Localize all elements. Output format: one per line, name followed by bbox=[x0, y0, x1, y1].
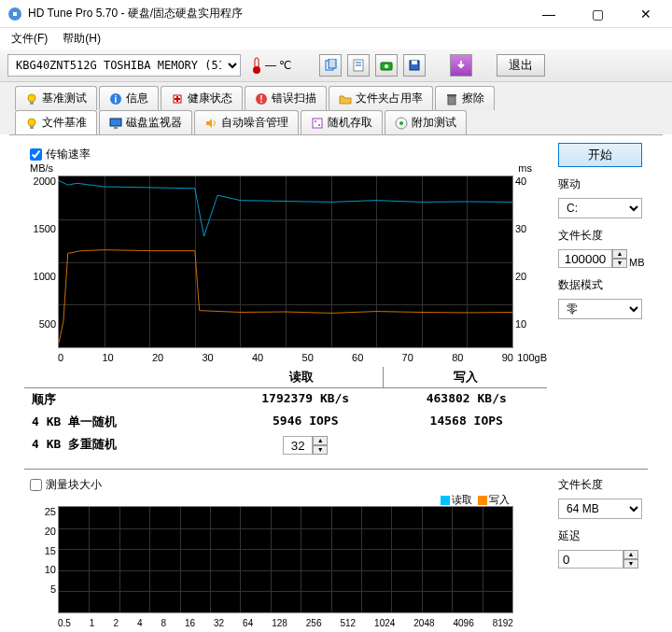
block-size-label: 测量块大小 bbox=[46, 477, 102, 493]
data-pattern-label: 数据模式 bbox=[558, 277, 648, 293]
drive-label: 驱动 bbox=[558, 176, 648, 192]
tab-信息[interactable]: i信息 bbox=[99, 86, 159, 110]
legend-write: 写入 bbox=[489, 493, 510, 507]
tab-bar: 基准测试i信息健康状态!错误扫描文件夹占用率擦除 文件基准磁盘监视器自动噪音管理… bbox=[0, 82, 672, 134]
results-table: 读取 写入 顺序 1792379 KB/s 463802 KB/s 4 KB 单… bbox=[24, 367, 547, 457]
file-length-select-2[interactable]: 64 MB bbox=[558, 499, 642, 519]
svg-point-32 bbox=[399, 121, 403, 125]
drive-letter-select[interactable]: C: bbox=[558, 198, 642, 218]
error-icon: ! bbox=[255, 92, 268, 105]
menubar: 文件(F) 帮助(H) bbox=[0, 28, 672, 49]
drive-select[interactable]: KBG40ZNT512G TOSHIBA MEMORY (512 : bbox=[7, 54, 241, 77]
svg-point-3 bbox=[253, 66, 260, 74]
svg-rect-14 bbox=[30, 102, 34, 105]
svg-rect-25 bbox=[30, 126, 34, 129]
info-icon: i bbox=[109, 92, 122, 105]
col-write: 写入 bbox=[383, 367, 547, 387]
row-sequential: 顺序 bbox=[24, 391, 225, 408]
bulb-icon bbox=[25, 117, 38, 130]
svg-rect-5 bbox=[329, 59, 336, 68]
svg-rect-22 bbox=[448, 96, 455, 105]
tab-擦除[interactable]: 擦除 bbox=[435, 86, 495, 110]
seq-write-value: 463802 KB/s bbox=[386, 391, 548, 408]
monitor-icon bbox=[109, 117, 122, 130]
x-axis-unit: 100gB bbox=[517, 352, 547, 363]
save-button[interactable] bbox=[403, 54, 426, 77]
window-title: HD Tune Pro 5.70 - 硬盘/固态硬盘实用程序 bbox=[28, 6, 530, 21]
length-unit: MB bbox=[629, 257, 645, 268]
y-axis-left-label: MB/s bbox=[30, 162, 53, 174]
svg-point-29 bbox=[315, 120, 316, 122]
sound-icon bbox=[204, 117, 217, 130]
row-4k-single: 4 KB 单一随机 bbox=[24, 414, 225, 430]
health-icon bbox=[171, 92, 184, 105]
col-read: 读取 bbox=[219, 367, 383, 387]
spin-down[interactable]: ▼ bbox=[313, 445, 328, 455]
seq-read-value: 1792379 KB/s bbox=[225, 391, 386, 408]
svg-point-24 bbox=[28, 119, 35, 126]
content-pane: 传输速率 MB/s ms 200015001000500 40302010 01… bbox=[9, 134, 663, 632]
transfer-chart bbox=[58, 176, 513, 348]
blocksize-chart bbox=[58, 506, 513, 613]
svg-point-13 bbox=[28, 94, 35, 102]
tab-基准测试[interactable]: 基准测试 bbox=[15, 86, 97, 110]
tab-自动噪音管理[interactable]: 自动噪音管理 bbox=[194, 110, 299, 134]
tab-附加测试[interactable]: 附加测试 bbox=[385, 110, 467, 134]
copy-button[interactable] bbox=[319, 54, 342, 77]
download-button[interactable] bbox=[450, 54, 472, 77]
svg-point-30 bbox=[318, 124, 320, 126]
maximize-button[interactable]: ▢ bbox=[579, 7, 616, 21]
queue-depth-spinner[interactable]: ▲▼ bbox=[283, 436, 328, 455]
tab-健康状态[interactable]: 健康状态 bbox=[161, 86, 243, 110]
toolbar: KBG40ZNT512G TOSHIBA MEMORY (512 : — ℃ 退… bbox=[0, 49, 672, 82]
extra-icon bbox=[395, 117, 408, 130]
svg-rect-12 bbox=[412, 61, 417, 64]
svg-point-10 bbox=[385, 64, 388, 68]
svg-rect-27 bbox=[114, 127, 118, 129]
svg-text:!: ! bbox=[259, 94, 262, 105]
erase-icon bbox=[445, 92, 458, 105]
temperature-display: — ℃ bbox=[246, 56, 295, 75]
r4k1-write-value: 14568 IOPS bbox=[386, 414, 548, 430]
screenshot-button[interactable] bbox=[375, 54, 398, 77]
file-length-label: 文件长度 bbox=[558, 228, 648, 244]
minimize-button[interactable]: — bbox=[530, 7, 567, 21]
delay-label: 延迟 bbox=[558, 528, 648, 544]
tab-文件夹占用率[interactable]: 文件夹占用率 bbox=[329, 86, 433, 110]
app-icon bbox=[7, 7, 22, 21]
menu-file[interactable]: 文件(F) bbox=[4, 29, 55, 49]
delay-spinner[interactable]: ▲▼ bbox=[558, 550, 648, 569]
tab-错误扫描[interactable]: !错误扫描 bbox=[245, 86, 327, 110]
legend: 读取 写入 bbox=[441, 493, 510, 507]
transfer-rate-checkbox[interactable]: 传输速率 bbox=[30, 147, 547, 162]
file-length-label-2: 文件长度 bbox=[558, 477, 648, 493]
svg-text:i: i bbox=[115, 94, 118, 105]
block-size-checkbox[interactable]: 测量块大小 bbox=[30, 477, 547, 493]
folder-icon bbox=[339, 92, 352, 105]
tab-随机存取[interactable]: 随机存取 bbox=[301, 110, 383, 134]
start-button[interactable]: 开始 bbox=[558, 143, 642, 167]
temperature-value: — ℃ bbox=[265, 59, 291, 72]
tab-文件基准[interactable]: 文件基准 bbox=[15, 110, 97, 134]
legend-read: 读取 bbox=[452, 493, 472, 507]
thermometer-icon bbox=[250, 56, 263, 75]
svg-rect-26 bbox=[110, 119, 121, 126]
close-button[interactable]: ✕ bbox=[627, 7, 665, 21]
copy-text-button[interactable] bbox=[347, 54, 370, 77]
file-length-spinner[interactable]: ▲▼ bbox=[558, 249, 627, 268]
exit-button[interactable]: 退出 bbox=[497, 54, 545, 77]
svg-rect-1 bbox=[13, 12, 17, 16]
svg-rect-23 bbox=[447, 94, 456, 96]
r4k1-read-value: 5946 IOPS bbox=[225, 414, 386, 430]
svg-rect-28 bbox=[313, 119, 322, 128]
random-icon bbox=[311, 117, 324, 130]
titlebar: HD Tune Pro 5.70 - 硬盘/固态硬盘实用程序 — ▢ ✕ bbox=[0, 0, 672, 28]
tab-磁盘监视器[interactable]: 磁盘监视器 bbox=[99, 110, 192, 134]
row-4k-multi: 4 KB 多重随机 bbox=[24, 436, 225, 455]
bulb-icon bbox=[25, 92, 38, 105]
data-pattern-select[interactable]: 零 bbox=[558, 299, 642, 319]
spin-up[interactable]: ▲ bbox=[313, 436, 328, 445]
y-axis-right-label: ms bbox=[518, 162, 532, 174]
menu-help[interactable]: 帮助(H) bbox=[55, 29, 108, 49]
transfer-rate-label: 传输速率 bbox=[46, 147, 91, 162]
